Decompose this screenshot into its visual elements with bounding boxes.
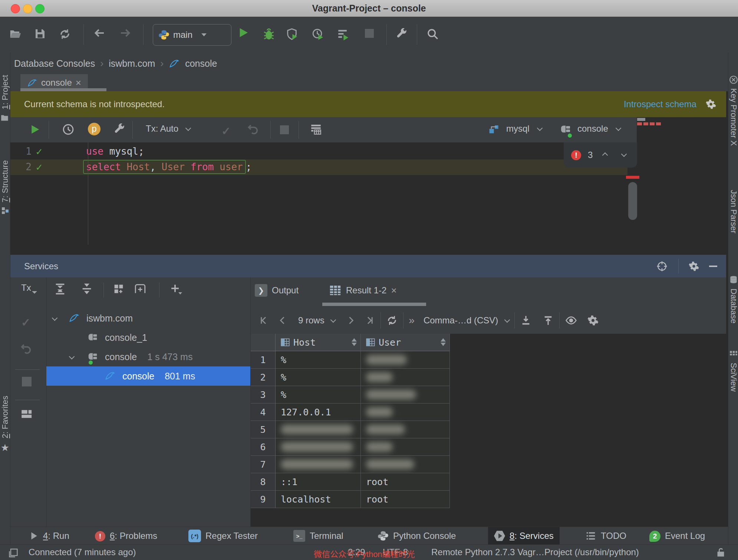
chevron-down-icon[interactable] bbox=[52, 315, 58, 321]
table-row[interactable]: 2% bbox=[251, 369, 450, 386]
save-icon[interactable] bbox=[34, 28, 46, 40]
close-icon[interactable]: × bbox=[391, 285, 396, 296]
hide-icon[interactable] bbox=[709, 266, 717, 267]
unlock-icon[interactable] bbox=[716, 547, 726, 558]
table-row[interactable]: 3% bbox=[251, 386, 450, 403]
wrench-icon[interactable] bbox=[113, 123, 126, 136]
table-row[interactable]: 6 bbox=[251, 438, 450, 456]
stripe-button-keypromoterx[interactable]: Key Promoter X bbox=[728, 75, 738, 146]
run-configuration-selector[interactable]: main bbox=[153, 24, 231, 46]
add-service-icon[interactable] bbox=[169, 283, 181, 295]
stripe-button-favorites[interactable]: 2: Favorites★ bbox=[0, 396, 10, 454]
cell-user[interactable] bbox=[361, 456, 450, 473]
concurrency-diagram-button[interactable] bbox=[337, 28, 349, 40]
editor-line[interactable]: 2✓select Host, User from user; bbox=[10, 159, 627, 175]
page-size-selector[interactable]: 9 rows bbox=[298, 315, 335, 326]
introspect-schema-link[interactable]: Introspect schema bbox=[624, 99, 696, 109]
tool-window-switcher-icon[interactable] bbox=[8, 548, 19, 558]
upload-icon[interactable] bbox=[542, 314, 554, 326]
layout-options-icon[interactable] bbox=[20, 408, 33, 421]
prev-page-icon[interactable] bbox=[277, 315, 289, 326]
column-header[interactable]: Host bbox=[276, 334, 361, 351]
search-everywhere-icon[interactable] bbox=[426, 28, 439, 40]
table-row[interactable]: 8::1root bbox=[251, 473, 450, 491]
cell-host[interactable]: % bbox=[276, 351, 361, 369]
last-page-icon[interactable] bbox=[364, 315, 375, 326]
table-row[interactable]: 5 bbox=[251, 421, 450, 438]
export-format-selector[interactable]: Comma-…d (CSV) bbox=[424, 315, 509, 326]
breadcrumb-item[interactable]: iswbm.com bbox=[109, 58, 155, 69]
profiler-button[interactable] bbox=[312, 28, 324, 40]
sync-icon[interactable] bbox=[59, 28, 71, 40]
cell-user[interactable] bbox=[361, 351, 450, 369]
stop-icon[interactable] bbox=[22, 377, 32, 389]
stop-icon[interactable] bbox=[280, 125, 289, 136]
parameters-icon[interactable]: p bbox=[88, 123, 101, 135]
settings-gear-icon[interactable] bbox=[587, 314, 599, 326]
tool-window-button-services[interactable]: 8: Services bbox=[488, 527, 560, 545]
scrollbar-thumb[interactable] bbox=[628, 182, 637, 220]
tree-row[interactable]: console_1 bbox=[46, 328, 250, 347]
run-button[interactable] bbox=[237, 27, 249, 39]
history-icon[interactable] bbox=[62, 123, 75, 136]
session-selector[interactable]: console bbox=[577, 123, 620, 134]
debug-button[interactable] bbox=[263, 28, 275, 40]
forward-icon[interactable] bbox=[119, 26, 132, 40]
expand-all-icon[interactable] bbox=[54, 283, 66, 295]
services-header[interactable]: Services bbox=[10, 255, 726, 277]
inspection-widget[interactable]: ! 3 bbox=[564, 142, 637, 168]
tree-row[interactable]: iswbm.com bbox=[46, 309, 250, 328]
group-by-icon[interactable] bbox=[112, 283, 125, 295]
close-icon[interactable]: × bbox=[76, 77, 81, 89]
next-error-icon[interactable] bbox=[621, 151, 627, 157]
stripe-button-jsonparser[interactable]: Json Parser bbox=[728, 190, 738, 233]
column-header[interactable]: User bbox=[361, 334, 450, 351]
back-icon[interactable] bbox=[93, 26, 106, 40]
next-page-icon[interactable] bbox=[345, 315, 356, 326]
tool-window-button-python[interactable]: Python Console bbox=[372, 527, 462, 545]
chevron-down-icon[interactable] bbox=[69, 354, 75, 360]
rollback-icon[interactable] bbox=[247, 123, 259, 136]
stripe-button-project[interactable]: 1: Project bbox=[0, 75, 10, 123]
table-row[interactable]: 1% bbox=[251, 351, 450, 369]
connection-status[interactable]: Connected (7 minutes ago) bbox=[29, 547, 136, 557]
breadcrumb-item[interactable]: console bbox=[185, 58, 217, 69]
collapse-all-icon[interactable] bbox=[80, 283, 93, 295]
table-row[interactable]: 9localhostroot bbox=[251, 491, 450, 508]
cell-host[interactable]: % bbox=[276, 369, 361, 386]
tool-window-button-run[interactable]: 4: Run bbox=[23, 527, 75, 545]
first-page-icon[interactable] bbox=[258, 315, 269, 326]
run-with-coverage-button[interactable] bbox=[286, 28, 298, 40]
cell-user[interactable]: root bbox=[361, 473, 450, 491]
tool-window-button-terminal[interactable]: >_Terminal bbox=[287, 527, 349, 545]
output-mode-icon[interactable] bbox=[310, 123, 322, 136]
prev-error-icon[interactable] bbox=[602, 152, 608, 158]
table-row[interactable]: 7 bbox=[251, 456, 450, 473]
gear-icon[interactable] bbox=[705, 99, 716, 110]
cell-host[interactable] bbox=[276, 438, 361, 456]
tool-window-button-regex[interactable]: (.*)Regex Tester bbox=[182, 527, 264, 545]
tree-row[interactable]: console1 s 473 ms bbox=[46, 347, 250, 366]
cell-host[interactable]: 127.0.0.1 bbox=[276, 403, 361, 421]
cell-host[interactable]: % bbox=[276, 386, 361, 403]
sort-icon[interactable] bbox=[441, 338, 446, 346]
tx-mode-selector[interactable]: Tx: Auto bbox=[146, 123, 190, 134]
stripe-button-sciview[interactable]: SciView bbox=[728, 349, 738, 392]
reload-icon[interactable] bbox=[386, 314, 398, 326]
cell-host[interactable] bbox=[276, 421, 361, 438]
cell-host[interactable] bbox=[276, 456, 361, 473]
wrench-icon[interactable] bbox=[395, 28, 408, 40]
download-icon[interactable] bbox=[520, 314, 532, 326]
commit-icon[interactable]: ✓ bbox=[221, 125, 231, 138]
cell-user[interactable] bbox=[361, 403, 450, 421]
cell-user[interactable] bbox=[361, 386, 450, 403]
cell-user[interactable]: root bbox=[361, 491, 450, 508]
gear-icon[interactable] bbox=[688, 261, 699, 272]
cell-host[interactable]: ::1 bbox=[276, 473, 361, 491]
rollback-icon[interactable] bbox=[20, 343, 32, 355]
crosshair-icon[interactable] bbox=[656, 260, 668, 272]
stop-button[interactable] bbox=[365, 29, 374, 40]
chevrons-right-icon[interactable]: » bbox=[409, 314, 415, 326]
open-in-new-tab-icon[interactable] bbox=[133, 283, 147, 295]
tool-window-button-todo[interactable]: TODO bbox=[579, 527, 632, 545]
